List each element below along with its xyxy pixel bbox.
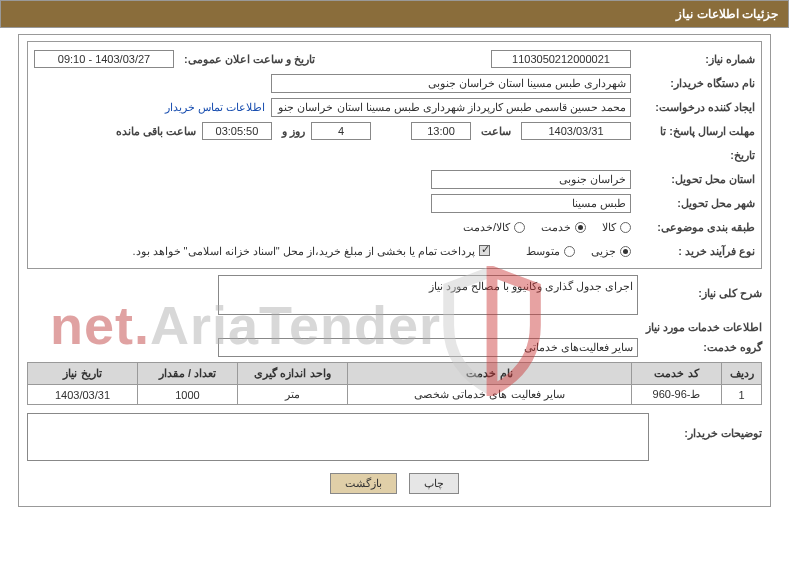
buyer-contact-link[interactable]: اطلاعات تماس خریدار xyxy=(165,101,265,114)
announce-dt-value: 1403/03/27 - 09:10 xyxy=(34,50,174,68)
subject-class-label: طبقه بندی موضوعی: xyxy=(635,221,755,234)
cell-code: ط-96-960 xyxy=(632,385,722,405)
radio-small-label: جزیی xyxy=(591,245,616,258)
radio-service[interactable]: خدمت xyxy=(541,221,586,234)
services-info-heading: اطلاعات خدمات مورد نیاز xyxy=(27,321,762,334)
buyer-org-label: نام دستگاه خریدار: xyxy=(635,77,755,90)
deadline-time-value: 13:00 xyxy=(411,122,471,140)
th-service-code: کد خدمت xyxy=(632,363,722,385)
service-group-label: گروه خدمت: xyxy=(642,341,762,354)
radio-medium[interactable]: متوسط xyxy=(526,245,575,258)
service-group-value: سایر فعالیت‌های خدماتی xyxy=(218,338,638,357)
back-button[interactable]: بازگشت xyxy=(330,473,397,494)
remaining-label: ساعت باقی مانده xyxy=(116,125,196,138)
radio-service-label: خدمت xyxy=(541,221,571,234)
buyer-notes-textarea[interactable] xyxy=(27,413,649,461)
hours-left-value: 03:05:50 xyxy=(202,122,272,140)
delivery-city-label: شهر محل تحویل: xyxy=(635,197,755,210)
buyer-org-value: شهرداری طبس مسینا استان خراسان جنوبی xyxy=(271,74,631,93)
need-desc-value: اجرای جدول گذاری وکانیوو با مصالح مورد ن… xyxy=(218,275,638,315)
deadline-date-value: 1403/03/31 xyxy=(521,122,631,140)
radio-goods-label: کالا xyxy=(602,221,616,234)
need-no-label: شماره نیاز: xyxy=(635,53,755,66)
radio-medium-label: متوسط xyxy=(526,245,560,258)
th-qty: تعداد / مقدار xyxy=(138,363,238,385)
th-unit: واحد اندازه گیری xyxy=(238,363,348,385)
services-table: ردیف کد خدمت نام خدمت واحد اندازه گیری ت… xyxy=(27,362,762,405)
days-and-label: روز و xyxy=(282,125,305,138)
creator-label: ایجاد کننده درخواست: xyxy=(635,101,755,114)
date-label: تاریخ: xyxy=(635,149,755,162)
delivery-province-value: خراسان جنوبی xyxy=(431,170,631,189)
days-value: 4 xyxy=(311,122,371,140)
cell-row: 1 xyxy=(722,385,762,405)
deadline-label: مهلت ارسال پاسخ: تا xyxy=(635,125,755,138)
delivery-province-label: استان محل تحویل: xyxy=(635,173,755,186)
main-form-panel: شماره نیاز: 1103050212000021 تاریخ و ساع… xyxy=(18,34,771,507)
radio-goods[interactable]: کالا xyxy=(602,221,631,234)
need-desc-label: شرح کلی نیاز: xyxy=(642,275,762,300)
table-row: 1 ط-96-960 سایر فعالیت های خدماتی شخصی م… xyxy=(28,385,762,405)
buyer-notes-label: توضیحات خریدار: xyxy=(653,409,762,440)
need-no-value: 1103050212000021 xyxy=(491,50,631,68)
creator-value: محمد حسین قاسمی طبس کارپرداز شهرداری طبس… xyxy=(271,98,631,117)
payment-note: پرداخت تمام یا بخشی از مبلغ خرید،از محل … xyxy=(132,245,475,258)
cell-unit: متر xyxy=(238,385,348,405)
cell-name: سایر فعالیت های خدماتی شخصی xyxy=(348,385,632,405)
radio-goods-service-label: کالا/خدمت xyxy=(463,221,510,234)
cell-date: 1403/03/31 xyxy=(28,385,138,405)
page-title: جزئیات اطلاعات نیاز xyxy=(0,0,789,28)
th-need-date: تاریخ نیاز xyxy=(28,363,138,385)
treasury-checkbox[interactable] xyxy=(475,245,490,258)
details-box: شماره نیاز: 1103050212000021 تاریخ و ساع… xyxy=(27,41,762,269)
print-button[interactable]: چاپ xyxy=(409,473,459,494)
th-row: ردیف xyxy=(722,363,762,385)
radio-small[interactable]: جزیی xyxy=(591,245,631,258)
announce-dt-label: تاریخ و ساعت اعلان عمومی: xyxy=(184,53,315,66)
th-service-name: نام خدمت xyxy=(348,363,632,385)
radio-goods-service[interactable]: کالا/خدمت xyxy=(463,221,525,234)
purchase-type-label: نوع فرآیند خرید : xyxy=(635,245,755,258)
cell-qty: 1000 xyxy=(138,385,238,405)
time-label: ساعت xyxy=(481,125,511,138)
delivery-city-value: طبس مسینا xyxy=(431,194,631,213)
